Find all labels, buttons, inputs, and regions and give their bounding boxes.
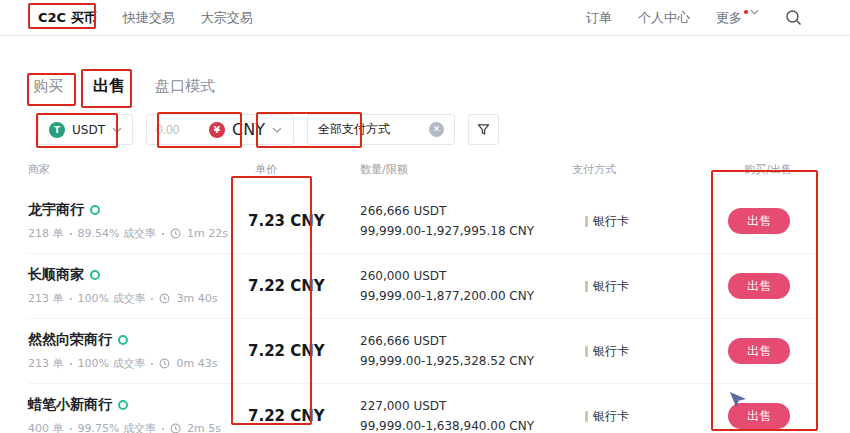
col-header-merchant: 商家	[28, 162, 240, 177]
merchant-name-text: 然然向荣商行	[28, 331, 112, 349]
funnel-icon	[476, 122, 491, 137]
order-limit: 99,999.00-1,638,940.00 CNY	[360, 419, 572, 433]
release-time: 3m 40s	[176, 292, 217, 305]
sell-button[interactable]: 出售	[728, 403, 790, 429]
nav-item-more[interactable]: 更多	[716, 9, 759, 27]
col-header-quantity-limit: 数量/限额	[360, 162, 572, 177]
price-cell: 7.22 CNY	[240, 342, 360, 360]
available-amount: 266,666 USDT	[360, 334, 572, 348]
amount-fiat-group: ¥ CNY	[146, 114, 294, 145]
order-count: 218 单	[28, 226, 64, 241]
verified-merchant-icon	[90, 205, 100, 215]
order-count: 213 单	[28, 291, 64, 306]
quantity-limit-cell: 266,666 USDT 99,999.00-1,925,328.52 CNY	[360, 334, 572, 368]
available-amount: 260,000 USDT	[360, 269, 572, 283]
payment-method-cell: 银行卡	[572, 408, 727, 425]
action-cell: 出售	[727, 403, 818, 429]
verified-merchant-icon	[118, 400, 128, 410]
top-nav-right: 订单 个人中心 更多	[586, 9, 802, 27]
price-cell: 7.23 CNY	[240, 212, 360, 230]
col-header-price: 单价	[240, 162, 360, 177]
search-icon[interactable]	[785, 9, 802, 26]
filter-funnel-button[interactable]	[468, 114, 499, 145]
payment-method-label: 银行卡	[593, 213, 629, 230]
table-header-row: 商家 单价 数量/限额 支付方式 购买/出售	[28, 158, 818, 189]
release-time: 1m 22s	[187, 227, 228, 240]
dot-separator	[70, 428, 72, 430]
price-cell: 7.22 CNY	[240, 407, 360, 425]
table-body: 龙宇商行 218 单 89.54% 成交率 1m 22s 7.23 CNY 26…	[28, 189, 818, 433]
clock-icon	[170, 423, 181, 433]
merchant-name-text: 龙宇商行	[28, 201, 84, 219]
merchant-cell: 龙宇商行 218 单 89.54% 成交率 1m 22s	[28, 201, 240, 241]
nav-item-block-trade[interactable]: 大宗交易	[201, 9, 253, 27]
fiat-select-value: CNY	[232, 120, 265, 139]
release-time: 2m 5s	[187, 422, 221, 433]
nav-item-orders[interactable]: 订单	[586, 9, 612, 27]
clear-icon[interactable]: ✕	[429, 122, 444, 137]
fiat-select[interactable]: ¥ CNY	[195, 115, 293, 144]
dot-separator	[70, 363, 72, 365]
payment-method-select[interactable]: 全部支付方式 ✕	[307, 114, 455, 145]
merchant-stats: 213 单 100% 成交率 0m 43s	[28, 356, 240, 371]
payment-method-bar-icon	[585, 346, 588, 357]
payment-method-bar-icon	[585, 411, 588, 422]
available-amount: 227,000 USDT	[360, 399, 572, 413]
payment-method-label: 银行卡	[593, 343, 629, 360]
order-limit: 99,999.00-1,877,200.00 CNY	[360, 289, 572, 303]
top-nav: C2C 买币 快捷交易 大宗交易 订单 个人中心 更多	[0, 0, 850, 36]
payment-method-label: 银行卡	[593, 408, 629, 425]
chevron-down-icon	[272, 127, 282, 133]
table-row: 然然向荣商行 213 单 100% 成交率 0m 43s 7.22 CNY 26…	[28, 319, 818, 384]
verified-merchant-icon	[90, 270, 100, 280]
chevron-down-icon	[112, 127, 122, 133]
amount-input[interactable]	[147, 123, 195, 137]
merchant-cell: 蜡笔小新商行 400 单 99.75% 成交率 2m 5s	[28, 396, 240, 433]
usdt-icon: T	[49, 122, 65, 138]
nav-item-express[interactable]: 快捷交易	[123, 9, 175, 27]
merchant-name[interactable]: 龙宇商行	[28, 201, 240, 219]
filter-bar: T USDT ¥ CNY 全部支付方式 ✕	[38, 114, 850, 145]
merchant-name-text: 长顺商家	[28, 266, 84, 284]
payment-method-bar-icon	[585, 281, 588, 292]
payment-select-value: 全部支付方式	[318, 121, 390, 138]
table-row: 龙宇商行 218 单 89.54% 成交率 1m 22s 7.23 CNY 26…	[28, 189, 818, 254]
tab-orderbook-mode[interactable]: 盘口模式	[155, 77, 215, 96]
action-cell: 出售	[727, 338, 818, 364]
merchant-stats: 218 单 89.54% 成交率 1m 22s	[28, 226, 240, 241]
dot-separator	[151, 298, 153, 300]
verified-merchant-icon	[118, 335, 128, 345]
nav-more-label: 更多	[716, 9, 742, 27]
dot-separator	[151, 363, 153, 365]
completion-rate: 99.75% 成交率	[78, 421, 156, 433]
notification-dot	[744, 10, 748, 14]
sell-button[interactable]: 出售	[728, 208, 790, 234]
sell-button[interactable]: 出售	[728, 338, 790, 364]
payment-method-cell: 银行卡	[572, 278, 727, 295]
table-row: 长顺商家 213 单 100% 成交率 3m 40s 7.22 CNY 260,…	[28, 254, 818, 319]
nav-item-c2c[interactable]: C2C 买币	[38, 9, 97, 27]
action-cell: 出售	[727, 273, 818, 299]
payment-method-cell: 银行卡	[572, 343, 727, 360]
crypto-select[interactable]: T USDT	[38, 114, 133, 145]
clock-icon	[159, 293, 170, 304]
tab-sell[interactable]: 出售	[93, 76, 125, 97]
completion-rate: 89.54% 成交率	[78, 226, 156, 241]
merchant-name[interactable]: 长顺商家	[28, 266, 240, 284]
nav-item-profile[interactable]: 个人中心	[638, 9, 690, 27]
offers-table: 商家 单价 数量/限额 支付方式 购买/出售 龙宇商行 218 单 89.54%…	[0, 158, 850, 433]
sell-button[interactable]: 出售	[728, 273, 790, 299]
payment-method-label: 银行卡	[593, 278, 629, 295]
dot-separator	[70, 233, 72, 235]
merchant-stats: 213 单 100% 成交率 3m 40s	[28, 291, 240, 306]
order-count: 213 单	[28, 356, 64, 371]
dot-separator	[162, 428, 164, 430]
available-amount: 266,666 USDT	[360, 204, 572, 218]
merchant-name[interactable]: 蜡笔小新商行	[28, 396, 240, 414]
tab-buy[interactable]: 购买	[33, 77, 63, 96]
merchant-name[interactable]: 然然向荣商行	[28, 331, 240, 349]
chevron-down-icon	[750, 9, 759, 15]
clock-icon	[170, 228, 181, 239]
merchant-cell: 然然向荣商行 213 单 100% 成交率 0m 43s	[28, 331, 240, 371]
trade-tabs: 购买 出售 盘口模式	[33, 76, 850, 97]
